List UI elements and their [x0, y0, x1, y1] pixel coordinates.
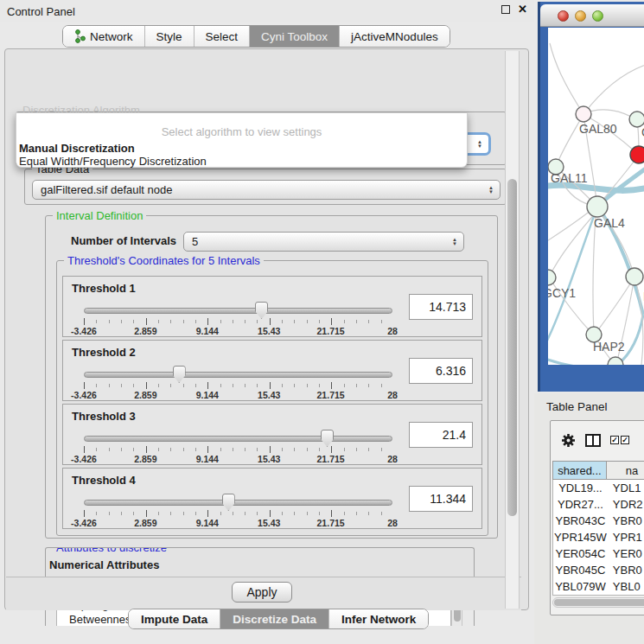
threshold-2-label: Threshold 2 — [72, 346, 136, 359]
table-row[interactable]: YDR27...YDR2 — [553, 496, 644, 513]
table-row[interactable]: YBR043CYBR0 — [553, 513, 644, 529]
network-canvas[interactable]: GAL80 GAL11 GAL4 GCY1 HAP2 GA C H — [548, 28, 644, 365]
network-node[interactable] — [548, 270, 556, 285]
pane-scrollbar[interactable] — [505, 51, 520, 609]
threshold-3-label: Threshold 3 — [72, 410, 136, 423]
column-header-shared-name[interactable]: shared... — [552, 461, 607, 480]
control-panel: Control Panel ✕ Network Style Select Cyn… — [0, 0, 534, 644]
tick-label: -3.426 — [71, 454, 97, 464]
slider-thumb[interactable] — [321, 430, 334, 447]
table-data-selected-value: galFiltered.sif default node — [41, 183, 172, 196]
tick-label: 15.43 — [258, 454, 280, 464]
slider-thumb[interactable] — [222, 494, 235, 511]
table-horizontal-scrollbar[interactable] — [552, 597, 644, 608]
tick-label: 28 — [387, 390, 398, 400]
network-view-window: GAL80 GAL11 GAL4 GCY1 HAP2 GA C H — [538, 2, 644, 392]
popup-option-equal-width[interactable]: Equal Width/Frequency Discretization — [19, 155, 207, 168]
number-of-intervals-combobox[interactable]: 5 ▲▼ — [183, 232, 464, 252]
gear-icon[interactable] — [561, 433, 576, 448]
column-header-name[interactable]: na — [607, 461, 644, 480]
slider-thumb[interactable] — [173, 366, 186, 383]
table-row[interactable]: YBR045CYBR0 — [553, 562, 644, 578]
split-columns-icon[interactable] — [585, 434, 601, 447]
tick-label: 21.715 — [317, 326, 345, 336]
cell: YBL0 — [608, 580, 644, 593]
cell: YBL079W — [553, 580, 608, 593]
slider-ticks — [84, 318, 392, 325]
table-row[interactable]: YBL079WYBL0 — [553, 578, 644, 595]
cell: YPR1 — [608, 531, 644, 544]
cell: YDL1 — [608, 481, 644, 494]
thresholds-coordinates-group: Threshold's Coordinates for 5 Intervals … — [56, 260, 488, 536]
checkbox-icon[interactable]: ✓ — [610, 436, 619, 444]
tab-jactivemnodules[interactable]: jActiveMNodules — [340, 26, 450, 47]
pane-scrollbar-thumb[interactable] — [507, 179, 517, 516]
threshold-2-slider: -3.426 2.859 9.144 15.43 21.715 28 — [84, 368, 392, 399]
threshold-2-panel: Threshold 2 -3.426 2.859 9.144 15.43 21.… — [62, 340, 482, 401]
tab-infer-network[interactable]: Infer Network — [329, 609, 428, 628]
slider-tick-labels: -3.426 2.859 9.144 15.43 21.715 28 — [84, 326, 392, 336]
combo-stepper-icon: ▲▼ — [477, 140, 482, 149]
threshold-4-slider: -3.426 2.859 9.144 15.43 21.715 28 — [84, 496, 392, 527]
close-traffic-light-icon[interactable] — [558, 10, 569, 22]
threshold-1-slider: -3.426 2.859 9.144 15.43 21.715 28 — [84, 304, 392, 335]
table-panel-body: ✓ ✓ shared... na YDL19...YDL1 YDR27...YD… — [550, 420, 644, 615]
interval-definition-group: Interval Definition Number of Intervals … — [45, 215, 498, 539]
apply-button[interactable]: Apply — [232, 582, 292, 603]
slider-tick-labels: -3.426 2.859 9.144 15.43 21.715 28 — [84, 518, 392, 528]
slider-track[interactable] — [84, 500, 392, 506]
tick-label: 28 — [387, 326, 398, 336]
threshold-1-value-field[interactable]: 14.713 — [409, 294, 473, 320]
network-node[interactable] — [576, 106, 591, 122]
tick-label: 15.43 — [258, 326, 280, 336]
nodes-layer — [548, 106, 644, 365]
table-toolbar: ✓ ✓ — [551, 421, 644, 459]
table-row[interactable]: YDL19...YDL1 — [553, 480, 644, 496]
slider-thumb[interactable] — [255, 302, 268, 319]
threshold-3-value-field[interactable]: 21.4 — [409, 422, 473, 448]
cell: YDL19... — [553, 481, 608, 494]
tab-network[interactable]: Network — [63, 26, 145, 47]
float-window-icon[interactable] — [501, 5, 510, 14]
close-icon[interactable]: ✕ — [518, 5, 527, 14]
table-scrollbar-thumb[interactable] — [554, 599, 644, 606]
bottom-tab-bar: Impute Data Discretize Data Infer Networ… — [128, 609, 429, 629]
checkbox-icon[interactable]: ✓ — [621, 436, 629, 444]
threshold-1-panel: Threshold 1 -3.426 2.859 9.144 15.43 21.… — [62, 276, 482, 337]
minimize-traffic-light-icon[interactable] — [575, 10, 586, 22]
zoom-traffic-light-icon[interactable] — [592, 10, 603, 22]
number-of-intervals-label: Number of Intervals — [71, 234, 176, 247]
slider-track[interactable] — [84, 436, 392, 442]
tab-style[interactable]: Style — [145, 26, 194, 47]
tab-cyni-toolbox[interactable]: Cyni Toolbox — [250, 26, 340, 47]
threshold-3-slider: -3.426 2.859 9.144 15.43 21.715 28 — [84, 432, 392, 463]
tick-label: 9.144 — [196, 518, 219, 528]
network-graph: GAL80 GAL11 GAL4 GCY1 HAP2 GA C H — [548, 28, 644, 365]
slider-track[interactable] — [84, 372, 392, 378]
tick-label: 2.859 — [134, 390, 156, 400]
tab-impute-data[interactable]: Impute Data — [129, 609, 220, 628]
table-row[interactable]: YLR345WYLR3 — [553, 595, 644, 596]
number-of-intervals-value: 5 — [192, 235, 198, 248]
slider-track[interactable] — [84, 308, 392, 314]
network-icon — [74, 29, 86, 43]
node-label: GAL80 — [579, 122, 617, 136]
tick-label: 15.43 — [258, 518, 280, 528]
threshold-2-value-field[interactable]: 6.316 — [409, 358, 473, 384]
table-row[interactable]: YPR145WYPR1 — [553, 529, 644, 545]
tab-discretize-data[interactable]: Discretize Data — [220, 609, 329, 628]
network-node[interactable] — [626, 268, 643, 285]
node-labels-layer: GAL80 GAL11 GAL4 GCY1 HAP2 GA C H — [548, 122, 644, 354]
table-row[interactable]: YER054CYER0 — [553, 545, 644, 562]
popup-option-manual-discretization[interactable]: Manual Discretization — [19, 142, 135, 155]
network-node-highlighted[interactable] — [630, 146, 644, 163]
table-header-row: shared... na — [552, 461, 644, 480]
network-node[interactable] — [587, 196, 608, 217]
table-data-combobox[interactable]: galFiltered.sif default node ▲▼ — [32, 180, 501, 200]
threshold-4-value-field[interactable]: 11.344 — [409, 486, 473, 512]
cell: YBR045C — [553, 564, 608, 577]
tick-label: -3.426 — [71, 390, 97, 400]
threshold-3-panel: Threshold 3 -3.426 2.859 9.144 15.43 21.… — [62, 404, 482, 465]
tab-select[interactable]: Select — [194, 26, 251, 47]
top-tab-bar: Network Style Select Cyni Toolbox jActiv… — [62, 25, 450, 48]
